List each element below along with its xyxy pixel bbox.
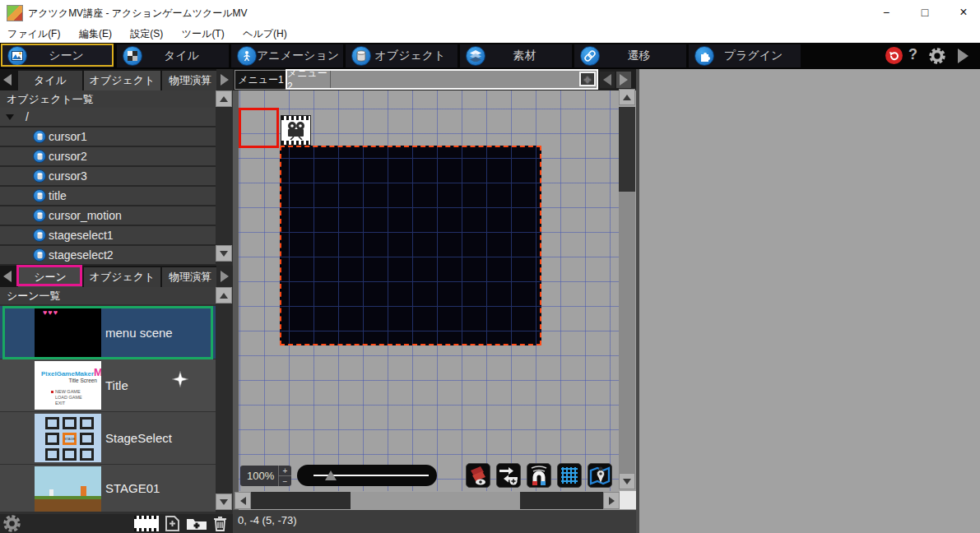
annotation-scene-tab-box <box>1 44 114 67</box>
object-icon <box>33 130 46 143</box>
settings-gear-icon[interactable] <box>928 47 946 65</box>
scene-row-stageselect[interactable]: STAGE StageSelect <box>0 412 216 464</box>
tab-plugin[interactable]: プラグイン <box>689 44 801 67</box>
panel-tab-physics[interactable]: 物理演算 <box>162 71 225 90</box>
cursor-coordinates: 0, -4 (5, -73) <box>238 514 297 526</box>
panel-tab-physics[interactable]: 物理演算 <box>162 267 225 287</box>
app-icon <box>7 5 23 21</box>
menu-file[interactable]: ファイル(F) <box>7 27 60 41</box>
trash-icon[interactable] <box>212 516 228 533</box>
layer-visibility-icon[interactable] <box>466 463 490 488</box>
scrollbar-corner <box>620 491 636 509</box>
tile-icon <box>123 46 142 66</box>
menu-edit[interactable]: 編集(E) <box>79 27 112 41</box>
scroll-left-icon[interactable] <box>235 492 251 509</box>
scene-thumbnail <box>35 466 101 512</box>
panel-scroll-right-icon[interactable] <box>216 69 233 90</box>
undo-icon[interactable] <box>885 47 903 64</box>
tree-item[interactable]: title <box>0 187 216 206</box>
panel-tab-object[interactable]: オブジェクト <box>84 267 160 287</box>
panel-scroll-right-icon[interactable] <box>216 266 233 287</box>
panel-settings-gear-icon[interactable] <box>2 514 21 533</box>
scene-panel: シーン オブジェクト 物理演算 シーン一覧 ♥♥♥ menu scene Pix… <box>0 266 233 514</box>
object-tree: / cursor1 cursor2 cursor3 title cursor_m… <box>0 108 216 266</box>
scroll-up-icon[interactable] <box>216 287 232 304</box>
right-divider <box>636 69 639 533</box>
scene-region[interactable] <box>280 146 541 345</box>
grid-toggle-icon[interactable] <box>557 463 582 488</box>
scroll-up-icon[interactable] <box>619 89 635 105</box>
annotation-scene-paneltab-box <box>16 265 82 286</box>
tree-item[interactable]: cursor3 <box>0 167 216 187</box>
collapse-triangle-icon[interactable] <box>6 114 14 120</box>
zoom-stepper: + − <box>278 466 291 486</box>
scroll-up-icon[interactable] <box>216 90 232 107</box>
menu-settings[interactable]: 設定(S) <box>130 27 163 41</box>
animation-icon <box>237 46 257 66</box>
panel-scroll-left-icon[interactable] <box>3 74 12 86</box>
snap-magnet-icon[interactable] <box>527 463 551 488</box>
tab-transition[interactable]: 遷移 <box>574 44 686 67</box>
panel-tab-tile[interactable]: タイル <box>18 71 82 90</box>
zoom-out-button[interactable]: − <box>279 476 291 486</box>
editor-tabbar: メニュー1 メニュー2 + <box>233 69 638 90</box>
scroll-right-icon[interactable] <box>603 492 620 509</box>
panel-scroll-left-icon[interactable] <box>3 271 12 282</box>
tree-item[interactable]: stageselect2 <box>0 246 216 266</box>
add-tab-button[interactable]: + <box>579 72 596 86</box>
transition-link-icon <box>580 46 600 66</box>
tab-animation[interactable]: アニメーション <box>231 44 343 67</box>
help-icon[interactable]: ? <box>908 46 917 63</box>
object-scrollbar[interactable] <box>216 107 232 266</box>
annotation-canvas-cell-box <box>239 108 279 148</box>
scene-scrollbar[interactable] <box>216 304 232 514</box>
new-folder-icon[interactable] <box>186 517 207 533</box>
tab-tile[interactable]: タイル <box>117 44 229 67</box>
transition-arrows-icon[interactable] <box>496 463 521 488</box>
tree-item[interactable]: cursor2 <box>0 147 216 167</box>
panel-tab-object[interactable]: オブジェクト <box>84 71 160 90</box>
zoom-in-button[interactable]: + <box>279 466 291 476</box>
tab-material[interactable]: 素材 <box>460 44 572 67</box>
tab-scroll-right-icon[interactable] <box>616 72 631 88</box>
object-panel: タイル オブジェクト 物理演算 オブジェクト一覧 / cursor1 curso… <box>0 69 233 266</box>
menu-help[interactable]: ヘルプ(H) <box>243 27 287 41</box>
mouse-cursor-icon <box>172 371 188 391</box>
editor-tab-menu2[interactable]: メニュー2 <box>287 71 331 88</box>
title-bar: アクツクMV講座 - アクションゲームツクールMV − □ × <box>0 0 980 25</box>
tree-root-row[interactable]: / <box>0 108 216 127</box>
tab-object[interactable]: オブジェクト <box>346 44 457 67</box>
slider-thumb[interactable] <box>325 470 337 480</box>
editor-tab-strip: メニュー2 + <box>286 69 598 90</box>
tree-item[interactable]: cursor1 <box>0 127 216 147</box>
play-icon[interactable] <box>958 49 968 63</box>
tree-item[interactable]: stageselect1 <box>0 226 216 246</box>
cursor-bullet-icon <box>51 391 53 393</box>
film-strip-icon[interactable] <box>134 516 159 531</box>
tree-item[interactable]: cursor_motion <box>0 206 216 226</box>
minimize-button[interactable]: − <box>868 0 904 25</box>
menu-tools[interactable]: ツール(T) <box>182 27 225 41</box>
scroll-down-icon[interactable] <box>216 494 232 510</box>
panel-splitter[interactable] <box>233 90 239 510</box>
scroll-down-icon[interactable] <box>619 473 635 489</box>
zoom-slider[interactable] <box>297 465 437 486</box>
vscroll-thumb[interactable] <box>619 107 635 192</box>
minimap-icon[interactable] <box>588 463 612 488</box>
scene-thumbnail: STAGE <box>35 414 101 462</box>
object-icon <box>33 169 46 183</box>
scene-row-stage01[interactable]: STAGE01 <box>0 465 216 512</box>
app-window: アクツクMV講座 - アクションゲームツクールMV − □ × ファイル(F) … <box>0 0 980 533</box>
camera-marker-icon[interactable] <box>281 115 311 146</box>
new-scene-icon[interactable] <box>165 516 180 533</box>
scene-canvas[interactable]: 100% + − <box>239 90 619 491</box>
object-panel-tabbar: タイル オブジェクト 物理演算 <box>0 69 233 90</box>
scene-thumbnail: PixelGameMakerMV Title Screen NEW GAME L… <box>35 361 101 410</box>
scroll-down-icon[interactable] <box>216 245 232 262</box>
maximize-button[interactable]: □ <box>907 0 943 25</box>
plugin-puzzle-icon <box>694 46 714 66</box>
close-button[interactable]: × <box>945 0 980 25</box>
tab-scroll-left-icon[interactable] <box>600 72 615 88</box>
editor-tab-menu1[interactable]: メニュー1 <box>235 70 287 90</box>
hscroll-thumb[interactable] <box>351 492 520 509</box>
